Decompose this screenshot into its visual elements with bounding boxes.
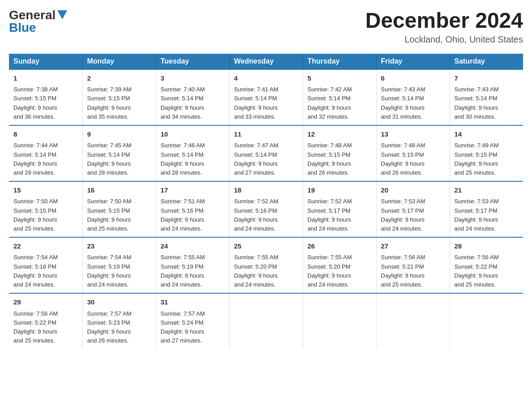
day-cell: 27Sunrise: 7:56 AMSunset: 5:21 PMDayligh… — [376, 237, 450, 293]
day-cell: 12Sunrise: 7:48 AMSunset: 5:15 PMDayligh… — [303, 125, 376, 181]
day-info: Sunrise: 7:51 AMSunset: 5:16 PMDaylight:… — [161, 197, 225, 233]
day-info: Sunrise: 7:54 AMSunset: 5:19 PMDaylight:… — [87, 253, 151, 289]
day-number: 22 — [13, 241, 78, 252]
day-cell: 28Sunrise: 7:56 AMSunset: 5:22 PMDayligh… — [450, 237, 523, 293]
logo: General Blue — [9, 9, 67, 34]
day-info: Sunrise: 7:48 AMSunset: 5:15 PMDaylight:… — [381, 141, 445, 177]
day-number: 21 — [455, 185, 519, 196]
day-number: 24 — [161, 241, 225, 252]
day-info: Sunrise: 7:56 AMSunset: 5:22 PMDaylight:… — [455, 253, 519, 289]
day-number: 16 — [87, 185, 151, 196]
day-cell: 13Sunrise: 7:48 AMSunset: 5:15 PMDayligh… — [376, 125, 450, 181]
title-block: December 2024 Lockland, Ohio, United Sta… — [365, 9, 523, 45]
day-number: 15 — [13, 185, 78, 196]
header-saturday: Saturday — [450, 54, 523, 69]
day-number: 1 — [13, 73, 78, 84]
day-info: Sunrise: 7:55 AMSunset: 5:20 PMDaylight:… — [308, 253, 372, 289]
day-cell — [229, 293, 303, 349]
day-number: 17 — [161, 185, 225, 196]
header-friday: Friday — [376, 54, 450, 69]
logo-blue-text: Blue — [9, 21, 36, 34]
week-row-4: 29Sunrise: 7:56 AMSunset: 5:22 PMDayligh… — [9, 293, 523, 349]
day-info: Sunrise: 7:47 AMSunset: 5:14 PMDaylight:… — [234, 141, 298, 177]
day-cell: 10Sunrise: 7:46 AMSunset: 5:14 PMDayligh… — [156, 125, 229, 181]
header-thursday: Thursday — [303, 54, 376, 69]
day-cell: 31Sunrise: 7:57 AMSunset: 5:24 PMDayligh… — [156, 293, 229, 349]
day-number: 2 — [87, 73, 151, 84]
day-number: 20 — [381, 185, 445, 196]
day-cell: 21Sunrise: 7:53 AMSunset: 5:17 PMDayligh… — [450, 181, 523, 237]
page-header: General Blue December 2024 Lockland, Ohi… — [9, 9, 523, 45]
day-cell: 25Sunrise: 7:55 AMSunset: 5:20 PMDayligh… — [229, 237, 303, 293]
logo-general-text: General — [9, 9, 56, 21]
month-title: December 2024 — [365, 9, 523, 33]
day-cell — [303, 293, 376, 349]
calendar-table: SundayMondayTuesdayWednesdayThursdayFrid… — [9, 54, 523, 349]
location-text: Lockland, Ohio, United States — [365, 34, 523, 45]
day-info: Sunrise: 7:55 AMSunset: 5:20 PMDaylight:… — [234, 253, 298, 289]
day-info: Sunrise: 7:55 AMSunset: 5:19 PMDaylight:… — [161, 253, 225, 289]
day-info: Sunrise: 7:53 AMSunset: 5:17 PMDaylight:… — [455, 197, 519, 233]
day-info: Sunrise: 7:46 AMSunset: 5:14 PMDaylight:… — [161, 141, 225, 177]
day-number: 12 — [308, 129, 372, 140]
day-cell: 30Sunrise: 7:57 AMSunset: 5:23 PMDayligh… — [82, 293, 156, 349]
day-number: 7 — [455, 73, 519, 84]
day-number: 31 — [161, 297, 225, 308]
day-cell: 8Sunrise: 7:44 AMSunset: 5:14 PMDaylight… — [9, 125, 82, 181]
day-cell: 15Sunrise: 7:50 AMSunset: 5:15 PMDayligh… — [9, 181, 82, 237]
day-cell: 26Sunrise: 7:55 AMSunset: 5:20 PMDayligh… — [303, 237, 376, 293]
day-cell: 3Sunrise: 7:40 AMSunset: 5:14 PMDaylight… — [156, 69, 229, 125]
day-cell: 7Sunrise: 7:43 AMSunset: 5:14 PMDaylight… — [450, 69, 523, 125]
day-info: Sunrise: 7:43 AMSunset: 5:14 PMDaylight:… — [455, 85, 519, 121]
day-number: 3 — [161, 73, 225, 84]
svg-marker-0 — [57, 10, 67, 19]
day-number: 29 — [13, 297, 78, 308]
day-number: 6 — [381, 73, 445, 84]
day-cell: 5Sunrise: 7:42 AMSunset: 5:14 PMDaylight… — [303, 69, 376, 125]
day-number: 27 — [381, 241, 445, 252]
week-row-0: 1Sunrise: 7:38 AMSunset: 5:15 PMDaylight… — [9, 69, 523, 125]
day-info: Sunrise: 7:45 AMSunset: 5:14 PMDaylight:… — [87, 141, 151, 177]
day-cell — [376, 293, 450, 349]
day-cell: 6Sunrise: 7:43 AMSunset: 5:14 PMDaylight… — [376, 69, 450, 125]
day-number: 19 — [308, 185, 372, 196]
day-cell: 24Sunrise: 7:55 AMSunset: 5:19 PMDayligh… — [156, 237, 229, 293]
day-number: 9 — [87, 129, 151, 140]
day-number: 5 — [308, 73, 372, 84]
header-row: SundayMondayTuesdayWednesdayThursdayFrid… — [9, 54, 523, 69]
week-row-1: 8Sunrise: 7:44 AMSunset: 5:14 PMDaylight… — [9, 125, 523, 181]
day-info: Sunrise: 7:43 AMSunset: 5:14 PMDaylight:… — [381, 85, 445, 121]
week-row-3: 22Sunrise: 7:54 AMSunset: 5:18 PMDayligh… — [9, 237, 523, 293]
day-info: Sunrise: 7:38 AMSunset: 5:15 PMDaylight:… — [13, 85, 78, 121]
day-number: 4 — [234, 73, 298, 84]
day-info: Sunrise: 7:39 AMSunset: 5:15 PMDaylight:… — [87, 85, 151, 121]
day-cell: 22Sunrise: 7:54 AMSunset: 5:18 PMDayligh… — [9, 237, 82, 293]
day-cell: 11Sunrise: 7:47 AMSunset: 5:14 PMDayligh… — [229, 125, 303, 181]
header-sunday: Sunday — [9, 54, 82, 69]
day-info: Sunrise: 7:57 AMSunset: 5:23 PMDaylight:… — [87, 309, 151, 346]
day-cell: 16Sunrise: 7:50 AMSunset: 5:15 PMDayligh… — [82, 181, 156, 237]
day-info: Sunrise: 7:54 AMSunset: 5:18 PMDaylight:… — [13, 253, 78, 289]
day-number: 18 — [234, 185, 298, 196]
day-cell: 20Sunrise: 7:53 AMSunset: 5:17 PMDayligh… — [376, 181, 450, 237]
day-info: Sunrise: 7:48 AMSunset: 5:15 PMDaylight:… — [308, 141, 372, 177]
day-cell: 4Sunrise: 7:41 AMSunset: 5:14 PMDaylight… — [229, 69, 303, 125]
day-cell: 14Sunrise: 7:49 AMSunset: 5:15 PMDayligh… — [450, 125, 523, 181]
day-number: 8 — [13, 129, 78, 140]
calendar-body: 1Sunrise: 7:38 AMSunset: 5:15 PMDaylight… — [9, 69, 523, 349]
header-monday: Monday — [82, 54, 156, 69]
day-number: 30 — [87, 297, 151, 308]
day-info: Sunrise: 7:56 AMSunset: 5:22 PMDaylight:… — [13, 309, 78, 346]
logo-triangle-icon — [57, 10, 67, 21]
day-info: Sunrise: 7:50 AMSunset: 5:15 PMDaylight:… — [87, 197, 151, 233]
calendar-header: SundayMondayTuesdayWednesdayThursdayFrid… — [9, 54, 523, 69]
day-cell: 23Sunrise: 7:54 AMSunset: 5:19 PMDayligh… — [82, 237, 156, 293]
day-info: Sunrise: 7:50 AMSunset: 5:15 PMDaylight:… — [13, 197, 78, 233]
day-number: 23 — [87, 241, 151, 252]
day-number: 25 — [234, 241, 298, 252]
day-info: Sunrise: 7:57 AMSunset: 5:24 PMDaylight:… — [161, 309, 225, 346]
day-info: Sunrise: 7:53 AMSunset: 5:17 PMDaylight:… — [381, 197, 445, 233]
day-cell: 9Sunrise: 7:45 AMSunset: 5:14 PMDaylight… — [82, 125, 156, 181]
day-cell: 17Sunrise: 7:51 AMSunset: 5:16 PMDayligh… — [156, 181, 229, 237]
day-info: Sunrise: 7:56 AMSunset: 5:21 PMDaylight:… — [381, 253, 445, 289]
